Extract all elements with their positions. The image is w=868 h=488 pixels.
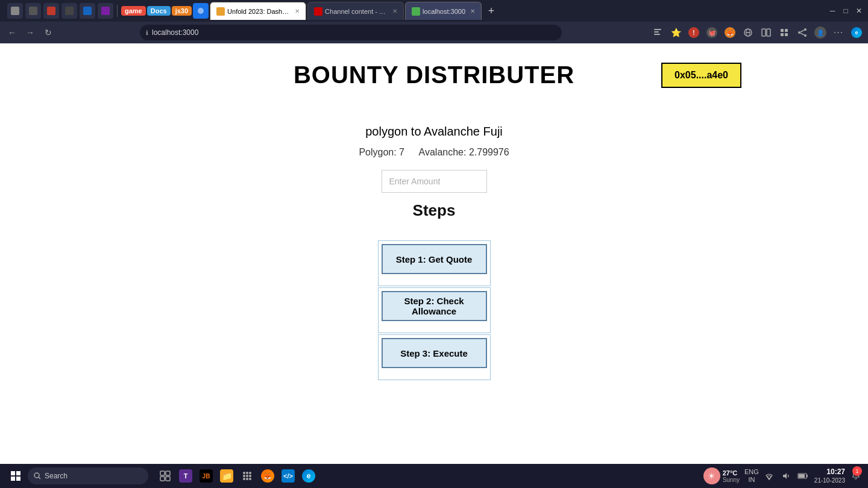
- svg-rect-13: [762, 29, 766, 36]
- ext-icon-4[interactable]: [741, 26, 755, 39]
- taskbar: Search T JB 📁 🦊 </> e: [0, 464, 868, 488]
- taskbar-search[interactable]: Search: [28, 468, 148, 484]
- game-tab[interactable]: game: [121, 6, 146, 16]
- bridge-balances: Polygon: 7 Avalanche: 2.799976: [359, 147, 509, 158]
- pinned-tab-1[interactable]: [7, 3, 23, 19]
- step3-button[interactable]: Step 3: Execute: [382, 338, 487, 368]
- svg-rect-7: [654, 29, 661, 30]
- pinned-tab-4[interactable]: [61, 3, 77, 19]
- taskbar-time[interactable]: 10:27 21-10-2023: [814, 468, 845, 485]
- info-icon: ℹ: [146, 30, 148, 36]
- svg-point-39: [249, 475, 251, 477]
- edge-taskbar-icon[interactable]: e: [299, 466, 318, 486]
- back-button[interactable]: ←: [5, 25, 19, 40]
- svg-rect-33: [166, 477, 170, 481]
- wallet-button[interactable]: 0x05....a4e0: [661, 63, 741, 88]
- notification-center[interactable]: 1: [850, 466, 862, 486]
- time-display: 10:27: [814, 468, 845, 477]
- svg-rect-9: [654, 34, 660, 35]
- favorites-icon[interactable]: ⭐: [669, 26, 682, 39]
- step1-button[interactable]: Step 1: Get Quote: [382, 244, 487, 274]
- share-icon[interactable]: [796, 26, 809, 39]
- jetbrains-icon[interactable]: JB: [197, 466, 216, 486]
- taskbar-apps: T JB 📁 🦊 </> e: [156, 466, 318, 486]
- svg-rect-0: [11, 7, 19, 15]
- tab-label-localhost: localhost:3000: [423, 8, 465, 15]
- step2-container: Step 2: Check Allowance: [382, 291, 487, 330]
- active-tab-unfold[interactable]: Unfold 2023: Dashboard | Devfo... ✕: [210, 2, 306, 20]
- svg-rect-3: [65, 7, 74, 15]
- volume-icon[interactable]: [779, 469, 793, 483]
- pinned-tab-3[interactable]: [43, 3, 59, 19]
- amount-input[interactable]: [382, 170, 487, 193]
- taskview-icon[interactable]: [156, 466, 175, 486]
- pinned-tab-2[interactable]: [25, 3, 41, 19]
- address-bar[interactable]: ℹ localhost:3000: [140, 25, 562, 40]
- step1-container: Step 1: Get Quote: [382, 244, 487, 283]
- more-options-icon[interactable]: ···: [832, 26, 845, 39]
- svg-rect-30: [160, 471, 165, 475]
- minimize-button[interactable]: ─: [828, 7, 837, 15]
- svg-rect-4: [83, 7, 92, 15]
- maximize-button[interactable]: □: [841, 7, 850, 15]
- apps-menu-icon[interactable]: [237, 466, 257, 486]
- svg-marker-44: [783, 473, 787, 479]
- profile-icon[interactable]: 👤: [814, 26, 827, 39]
- start-button[interactable]: [6, 466, 25, 486]
- svg-point-28: [34, 473, 39, 478]
- vscode-icon[interactable]: </>: [278, 466, 298, 486]
- close-window-button[interactable]: ✕: [855, 7, 863, 15]
- tab-youtube[interactable]: Channel content - YouTube Stud... ✕: [307, 2, 404, 20]
- tab-close-unfold[interactable]: ✕: [295, 8, 300, 14]
- docs-tab[interactable]: Docs: [147, 6, 171, 16]
- date-display: 21-10-2023: [814, 477, 845, 484]
- network-icon[interactable]: [763, 469, 776, 483]
- new-tab-button[interactable]: +: [483, 2, 500, 19]
- forward-button[interactable]: →: [23, 25, 37, 40]
- js30-tab[interactable]: js30: [172, 6, 192, 16]
- pinned-tab-6[interactable]: [98, 3, 113, 19]
- lang-text: ENG: [744, 468, 759, 475]
- svg-rect-18: [785, 33, 788, 36]
- teams-icon[interactable]: T: [176, 466, 195, 486]
- svg-rect-24: [11, 471, 15, 475]
- notification-badge: 1: [852, 466, 862, 476]
- language-indicator[interactable]: ENG IN: [744, 468, 759, 484]
- pinned-tab-blue[interactable]: [193, 3, 209, 19]
- battery-icon[interactable]: [796, 469, 810, 483]
- edge-icon[interactable]: e: [850, 26, 863, 39]
- ext-icon-2[interactable]: 🐙: [705, 26, 719, 39]
- tab-close-youtube[interactable]: ✕: [392, 8, 397, 14]
- svg-rect-5: [101, 7, 110, 15]
- refresh-button[interactable]: ↻: [41, 25, 55, 40]
- file-explorer-icon[interactable]: 📁: [217, 466, 236, 486]
- tab-label-youtube: Channel content - YouTube Stud...: [325, 8, 388, 15]
- region-text: IN: [748, 476, 755, 483]
- svg-point-34: [243, 472, 245, 474]
- collections-icon[interactable]: [778, 26, 791, 39]
- ext-icon-1[interactable]: !: [687, 26, 700, 39]
- svg-rect-15: [781, 29, 784, 32]
- split-screen-icon[interactable]: [760, 26, 773, 39]
- main-content: BOUNTY DISTRIBUTER 0x05....a4e0 polygon …: [0, 43, 868, 464]
- bridge-info: polygon to Avalanche Fuji Polygon: 7 Ava…: [359, 125, 509, 232]
- svg-point-19: [804, 28, 807, 31]
- svg-point-6: [198, 8, 204, 14]
- reader-mode-icon[interactable]: [651, 26, 664, 39]
- firefox-icon[interactable]: 🦊: [258, 466, 277, 486]
- window-controls: ─ □ ✕: [828, 7, 863, 15]
- step2-button[interactable]: Step 2: Check Allowance: [382, 291, 487, 321]
- weather-widget[interactable]: ☀ 27°C Sunny: [703, 468, 740, 484]
- svg-point-21: [804, 34, 807, 37]
- pinned-tab-5[interactable]: [80, 3, 95, 19]
- weather-info: 27°C Sunny: [723, 469, 740, 483]
- tab-close-localhost[interactable]: ✕: [470, 8, 475, 14]
- pinned-tabs: [7, 3, 113, 19]
- svg-point-40: [243, 478, 245, 480]
- ext-icon-3[interactable]: 🦊: [723, 26, 737, 39]
- browser-chrome: game Docs js30 Unfold 2023: Dashboard | …: [0, 0, 868, 43]
- svg-point-20: [798, 31, 800, 34]
- svg-line-29: [39, 477, 40, 479]
- weather-icon: ☀: [703, 468, 720, 484]
- tab-localhost[interactable]: localhost:3000 ✕: [405, 2, 482, 20]
